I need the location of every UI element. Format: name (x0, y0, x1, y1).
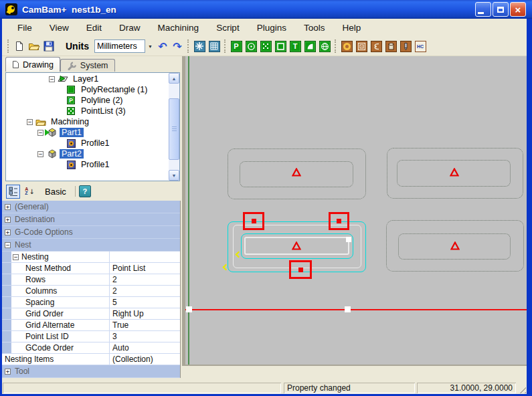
categorized-view-button[interactable] (6, 185, 20, 199)
toolbar-grip[interactable] (7, 39, 9, 53)
mop-engrave-button[interactable] (369, 38, 383, 54)
menu-help[interactable]: Help (333, 20, 369, 35)
scroll-down-icon: ▼ (172, 173, 177, 178)
draw-text-button[interactable]: T (288, 38, 302, 54)
tree-item-part1[interactable]: − Part1 (6, 127, 179, 138)
menu-tools[interactable]: Tools (295, 20, 334, 35)
menu-view[interactable]: View (41, 20, 78, 35)
collapse-icon[interactable]: − (13, 254, 19, 260)
save-file-button[interactable] (41, 38, 56, 54)
draw-circle-button[interactable] (244, 38, 258, 54)
help-button[interactable]: ? (79, 185, 91, 197)
tree-item-profile2[interactable]: Profile1 (6, 159, 179, 170)
collapse-icon[interactable]: − (27, 119, 33, 125)
collapse-icon[interactable]: − (5, 242, 11, 248)
category-destination[interactable]: + Destination (2, 213, 180, 226)
tree-item-pointlist[interactable]: PointList (3) (6, 106, 179, 116)
tree-item-polyline[interactable]: P Polyline (2) (6, 95, 179, 106)
close-button[interactable]: × (510, 2, 526, 17)
property-row-gcode-order[interactable]: GCode Order Auto (2, 342, 180, 354)
scrollbar-thumb[interactable] (169, 98, 179, 160)
scroll-up-icon: ▲ (172, 76, 177, 81)
origin-handle[interactable] (186, 306, 192, 312)
tree-scrollbar[interactable]: ▲ ▼ (169, 73, 179, 181)
snap-grid-button[interactable] (207, 38, 221, 54)
mop-heightcut-button[interactable]: HC (413, 38, 428, 54)
toolbar-grip[interactable] (224, 39, 226, 53)
new-file-button[interactable] (12, 38, 27, 54)
property-row-rows[interactable]: Rows 2 (2, 274, 180, 286)
chevron-down-icon: ▼ (148, 44, 153, 49)
maximize-icon (497, 7, 504, 13)
axis-handle[interactable] (345, 306, 351, 312)
property-row-point-list-id[interactable]: Point List ID 3 (2, 331, 180, 342)
category-nest[interactable]: − Nest (2, 239, 180, 252)
mop-lathe-button[interactable] (398, 38, 413, 54)
minimize-button[interactable] (475, 2, 491, 17)
category-gcode-options[interactable]: + G-Code Options (2, 226, 180, 239)
page-icon (12, 60, 19, 69)
units-dropdown-button[interactable]: ▼ (145, 39, 155, 53)
collapse-icon[interactable]: − (37, 130, 43, 136)
undo-button[interactable]: ↶ (155, 38, 170, 54)
expand-icon[interactable]: + (5, 229, 11, 235)
mop-pocket-button[interactable] (354, 38, 369, 54)
menu-machining[interactable]: Machining (149, 20, 208, 35)
tree-item-layer1[interactable]: − Layer1 (6, 74, 179, 84)
menu-draw[interactable]: Draw (110, 20, 149, 35)
property-row-spacing[interactable]: Spacing 5 (2, 297, 180, 308)
expand-icon[interactable]: + (5, 217, 11, 223)
expand-icon[interactable]: + (5, 369, 11, 375)
collapse-icon[interactable]: − (49, 76, 55, 82)
property-row-columns[interactable]: Columns 2 (2, 286, 180, 297)
expand-icon[interactable]: + (5, 204, 11, 210)
menu-script[interactable]: Script (207, 20, 248, 35)
menu-file[interactable]: File (9, 20, 41, 35)
mop-profile-button[interactable] (339, 38, 354, 54)
undo-icon: ↶ (155, 40, 170, 53)
resize-grip[interactable] (517, 384, 526, 393)
tree-item-part2[interactable]: − Part2 (6, 148, 179, 159)
property-row-grid-order[interactable]: Grid Order Right Up (2, 308, 180, 320)
property-row-nesting-items[interactable]: Nesting Items (Collection) (2, 354, 180, 365)
tree-item-machining[interactable]: − Machining (6, 116, 179, 127)
draw-pointlist-button[interactable] (258, 38, 273, 54)
view-mode-label[interactable]: Basic (45, 187, 66, 197)
alphabetical-sort-button[interactable]: AZ ↓ (23, 185, 37, 199)
draw-surface-button[interactable] (317, 38, 332, 54)
mop-drill-button[interactable] (383, 38, 398, 54)
categorized-icon (9, 187, 18, 197)
collapse-icon[interactable]: − (37, 151, 43, 157)
menu-edit[interactable]: Edit (78, 20, 110, 35)
toolbar-grip[interactable] (187, 39, 189, 53)
toolbar-grip[interactable] (335, 39, 337, 53)
tree-item-polyrectangle[interactable]: PolyRectangle (1) (6, 84, 179, 95)
tab-system[interactable]: System (60, 59, 115, 72)
part-origin-marker (450, 241, 460, 250)
redo-button[interactable]: ↷ (170, 38, 185, 54)
selected-point-marker[interactable] (289, 260, 312, 279)
property-row-nest-method[interactable]: Nest Method Point List (2, 263, 180, 274)
selected-point-marker[interactable] (329, 212, 349, 230)
menu-plugins[interactable]: Plugins (248, 20, 295, 35)
tab-drawing[interactable]: Drawing (5, 57, 60, 72)
draw-polyline-button[interactable]: P (229, 38, 244, 54)
selected-point-marker[interactable] (243, 212, 264, 230)
snap-point-button[interactable] (192, 38, 207, 54)
open-file-button[interactable] (27, 38, 41, 54)
property-grid: + (General) + Destination + G-Code Optio… (2, 201, 181, 378)
category-general[interactable]: + (General) (2, 201, 180, 213)
draw-arc-button[interactable] (302, 38, 317, 54)
pointlist-icon (66, 106, 76, 116)
draw-rectangle-button[interactable] (273, 38, 288, 54)
property-row-grid-alternate[interactable]: Grid Alternate True (2, 320, 180, 331)
maximize-button[interactable] (493, 2, 509, 17)
scroll-up-button[interactable]: ▲ (169, 73, 179, 84)
property-row-nesting-group[interactable]: − Nesting (2, 252, 180, 263)
units-combobox[interactable]: Millimeters (94, 39, 145, 53)
selection-handle[interactable] (346, 237, 351, 242)
category-tool[interactable]: + Tool (2, 365, 180, 378)
tree-item-profile1[interactable]: Profile1 (6, 138, 179, 148)
scroll-down-button[interactable]: ▼ (169, 170, 179, 181)
drawing-canvas[interactable] (182, 56, 527, 366)
